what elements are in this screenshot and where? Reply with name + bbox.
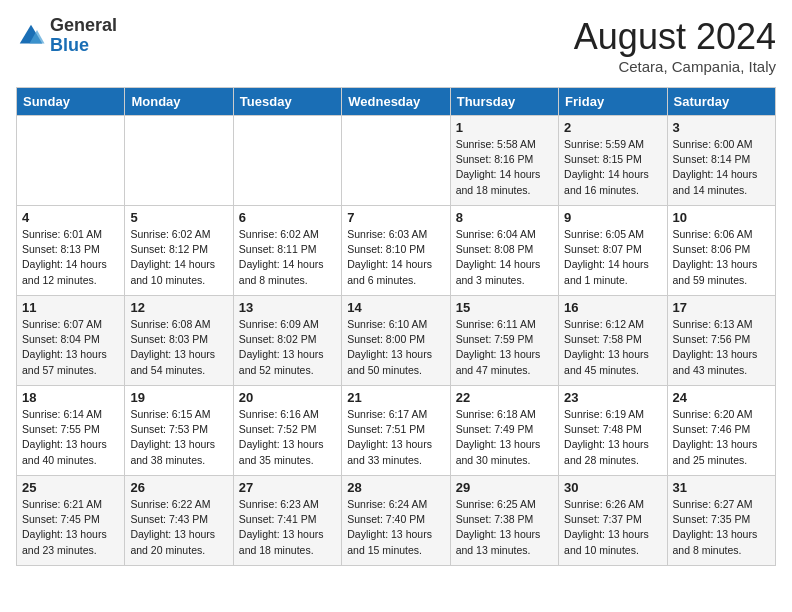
- calendar-cell: [342, 116, 450, 206]
- cell-content: Sunrise: 6:24 AMSunset: 7:40 PMDaylight:…: [347, 497, 444, 558]
- cell-content: Sunrise: 6:13 AMSunset: 7:56 PMDaylight:…: [673, 317, 770, 378]
- day-number: 14: [347, 300, 444, 315]
- day-number: 22: [456, 390, 553, 405]
- cell-content: Sunrise: 6:01 AMSunset: 8:13 PMDaylight:…: [22, 227, 119, 288]
- calendar-cell: 14Sunrise: 6:10 AMSunset: 8:00 PMDayligh…: [342, 296, 450, 386]
- day-number: 26: [130, 480, 227, 495]
- logo-general-text: General: [50, 16, 117, 36]
- day-number: 19: [130, 390, 227, 405]
- day-number: 6: [239, 210, 336, 225]
- calendar-cell: 15Sunrise: 6:11 AMSunset: 7:59 PMDayligh…: [450, 296, 558, 386]
- calendar-cell: 6Sunrise: 6:02 AMSunset: 8:11 PMDaylight…: [233, 206, 341, 296]
- calendar-cell: 1Sunrise: 5:58 AMSunset: 8:16 PMDaylight…: [450, 116, 558, 206]
- calendar-cell: 19Sunrise: 6:15 AMSunset: 7:53 PMDayligh…: [125, 386, 233, 476]
- day-number: 18: [22, 390, 119, 405]
- logo-icon: [16, 21, 46, 51]
- cell-content: Sunrise: 6:06 AMSunset: 8:06 PMDaylight:…: [673, 227, 770, 288]
- calendar-cell: 27Sunrise: 6:23 AMSunset: 7:41 PMDayligh…: [233, 476, 341, 566]
- day-number: 11: [22, 300, 119, 315]
- week-row-4: 18Sunrise: 6:14 AMSunset: 7:55 PMDayligh…: [17, 386, 776, 476]
- day-number: 3: [673, 120, 770, 135]
- header-day-monday: Monday: [125, 88, 233, 116]
- day-number: 10: [673, 210, 770, 225]
- day-number: 8: [456, 210, 553, 225]
- calendar-cell: 9Sunrise: 6:05 AMSunset: 8:07 PMDaylight…: [559, 206, 667, 296]
- day-number: 17: [673, 300, 770, 315]
- cell-content: Sunrise: 6:04 AMSunset: 8:08 PMDaylight:…: [456, 227, 553, 288]
- day-number: 16: [564, 300, 661, 315]
- month-title: August 2024: [574, 16, 776, 58]
- cell-content: Sunrise: 6:02 AMSunset: 8:12 PMDaylight:…: [130, 227, 227, 288]
- cell-content: Sunrise: 6:08 AMSunset: 8:03 PMDaylight:…: [130, 317, 227, 378]
- header-day-saturday: Saturday: [667, 88, 775, 116]
- calendar-cell: 13Sunrise: 6:09 AMSunset: 8:02 PMDayligh…: [233, 296, 341, 386]
- calendar-cell: 5Sunrise: 6:02 AMSunset: 8:12 PMDaylight…: [125, 206, 233, 296]
- title-area: August 2024 Cetara, Campania, Italy: [574, 16, 776, 75]
- day-number: 2: [564, 120, 661, 135]
- day-number: 31: [673, 480, 770, 495]
- week-row-1: 1Sunrise: 5:58 AMSunset: 8:16 PMDaylight…: [17, 116, 776, 206]
- calendar-cell: 12Sunrise: 6:08 AMSunset: 8:03 PMDayligh…: [125, 296, 233, 386]
- day-number: 1: [456, 120, 553, 135]
- day-number: 4: [22, 210, 119, 225]
- cell-content: Sunrise: 6:03 AMSunset: 8:10 PMDaylight:…: [347, 227, 444, 288]
- cell-content: Sunrise: 6:12 AMSunset: 7:58 PMDaylight:…: [564, 317, 661, 378]
- calendar-cell: 3Sunrise: 6:00 AMSunset: 8:14 PMDaylight…: [667, 116, 775, 206]
- cell-content: Sunrise: 6:25 AMSunset: 7:38 PMDaylight:…: [456, 497, 553, 558]
- cell-content: Sunrise: 6:02 AMSunset: 8:11 PMDaylight:…: [239, 227, 336, 288]
- calendar-cell: 22Sunrise: 6:18 AMSunset: 7:49 PMDayligh…: [450, 386, 558, 476]
- day-number: 13: [239, 300, 336, 315]
- calendar-cell: 23Sunrise: 6:19 AMSunset: 7:48 PMDayligh…: [559, 386, 667, 476]
- day-number: 27: [239, 480, 336, 495]
- logo-text: General Blue: [50, 16, 117, 56]
- day-number: 28: [347, 480, 444, 495]
- calendar-cell: 18Sunrise: 6:14 AMSunset: 7:55 PMDayligh…: [17, 386, 125, 476]
- calendar-cell: 2Sunrise: 5:59 AMSunset: 8:15 PMDaylight…: [559, 116, 667, 206]
- cell-content: Sunrise: 6:26 AMSunset: 7:37 PMDaylight:…: [564, 497, 661, 558]
- calendar-cell: 16Sunrise: 6:12 AMSunset: 7:58 PMDayligh…: [559, 296, 667, 386]
- day-number: 7: [347, 210, 444, 225]
- day-number: 29: [456, 480, 553, 495]
- cell-content: Sunrise: 6:23 AMSunset: 7:41 PMDaylight:…: [239, 497, 336, 558]
- calendar-cell: 7Sunrise: 6:03 AMSunset: 8:10 PMDaylight…: [342, 206, 450, 296]
- cell-content: Sunrise: 6:20 AMSunset: 7:46 PMDaylight:…: [673, 407, 770, 468]
- cell-content: Sunrise: 5:58 AMSunset: 8:16 PMDaylight:…: [456, 137, 553, 198]
- cell-content: Sunrise: 6:09 AMSunset: 8:02 PMDaylight:…: [239, 317, 336, 378]
- week-row-3: 11Sunrise: 6:07 AMSunset: 8:04 PMDayligh…: [17, 296, 776, 386]
- calendar-header: SundayMondayTuesdayWednesdayThursdayFrid…: [17, 88, 776, 116]
- cell-content: Sunrise: 6:22 AMSunset: 7:43 PMDaylight:…: [130, 497, 227, 558]
- calendar-cell: 17Sunrise: 6:13 AMSunset: 7:56 PMDayligh…: [667, 296, 775, 386]
- day-number: 24: [673, 390, 770, 405]
- header-day-friday: Friday: [559, 88, 667, 116]
- header: General Blue August 2024 Cetara, Campani…: [16, 16, 776, 75]
- logo-blue-text: Blue: [50, 36, 117, 56]
- day-number: 9: [564, 210, 661, 225]
- cell-content: Sunrise: 6:21 AMSunset: 7:45 PMDaylight:…: [22, 497, 119, 558]
- cell-content: Sunrise: 5:59 AMSunset: 8:15 PMDaylight:…: [564, 137, 661, 198]
- day-number: 21: [347, 390, 444, 405]
- calendar-cell: 31Sunrise: 6:27 AMSunset: 7:35 PMDayligh…: [667, 476, 775, 566]
- cell-content: Sunrise: 6:00 AMSunset: 8:14 PMDaylight:…: [673, 137, 770, 198]
- subtitle: Cetara, Campania, Italy: [574, 58, 776, 75]
- calendar-cell: 28Sunrise: 6:24 AMSunset: 7:40 PMDayligh…: [342, 476, 450, 566]
- cell-content: Sunrise: 6:15 AMSunset: 7:53 PMDaylight:…: [130, 407, 227, 468]
- header-day-thursday: Thursday: [450, 88, 558, 116]
- header-day-sunday: Sunday: [17, 88, 125, 116]
- calendar-cell: 25Sunrise: 6:21 AMSunset: 7:45 PMDayligh…: [17, 476, 125, 566]
- cell-content: Sunrise: 6:05 AMSunset: 8:07 PMDaylight:…: [564, 227, 661, 288]
- day-number: 15: [456, 300, 553, 315]
- calendar-cell: 24Sunrise: 6:20 AMSunset: 7:46 PMDayligh…: [667, 386, 775, 476]
- header-day-tuesday: Tuesday: [233, 88, 341, 116]
- calendar-cell: 21Sunrise: 6:17 AMSunset: 7:51 PMDayligh…: [342, 386, 450, 476]
- day-number: 5: [130, 210, 227, 225]
- logo: General Blue: [16, 16, 117, 56]
- cell-content: Sunrise: 6:18 AMSunset: 7:49 PMDaylight:…: [456, 407, 553, 468]
- calendar-cell: 8Sunrise: 6:04 AMSunset: 8:08 PMDaylight…: [450, 206, 558, 296]
- cell-content: Sunrise: 6:27 AMSunset: 7:35 PMDaylight:…: [673, 497, 770, 558]
- day-number: 12: [130, 300, 227, 315]
- cell-content: Sunrise: 6:17 AMSunset: 7:51 PMDaylight:…: [347, 407, 444, 468]
- week-row-5: 25Sunrise: 6:21 AMSunset: 7:45 PMDayligh…: [17, 476, 776, 566]
- calendar-cell: 26Sunrise: 6:22 AMSunset: 7:43 PMDayligh…: [125, 476, 233, 566]
- day-number: 23: [564, 390, 661, 405]
- calendar-body: 1Sunrise: 5:58 AMSunset: 8:16 PMDaylight…: [17, 116, 776, 566]
